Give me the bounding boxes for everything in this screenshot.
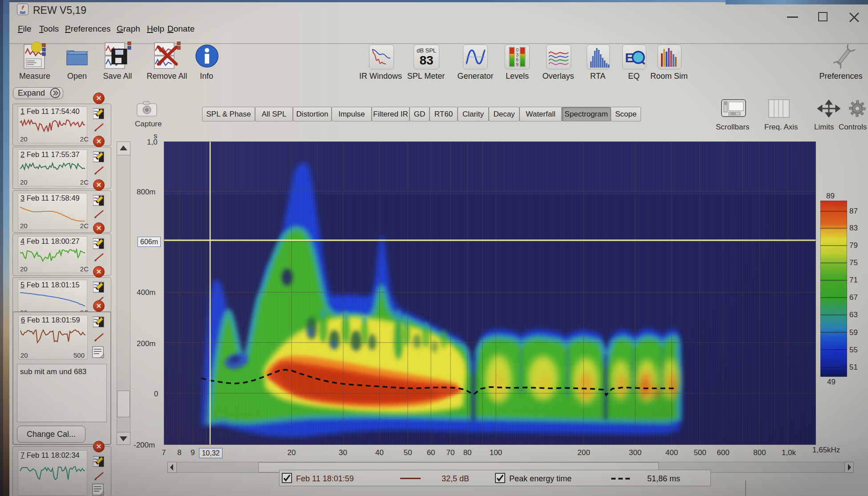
svg-text:83: 83	[419, 53, 433, 67]
svg-text:6: 6	[516, 57, 519, 62]
svg-text:0: 0	[516, 48, 519, 52]
svg-text:9: 9	[516, 62, 519, 67]
svg-text:3: 3	[516, 52, 519, 57]
svg-text:dB SPL: dB SPL	[417, 47, 436, 54]
